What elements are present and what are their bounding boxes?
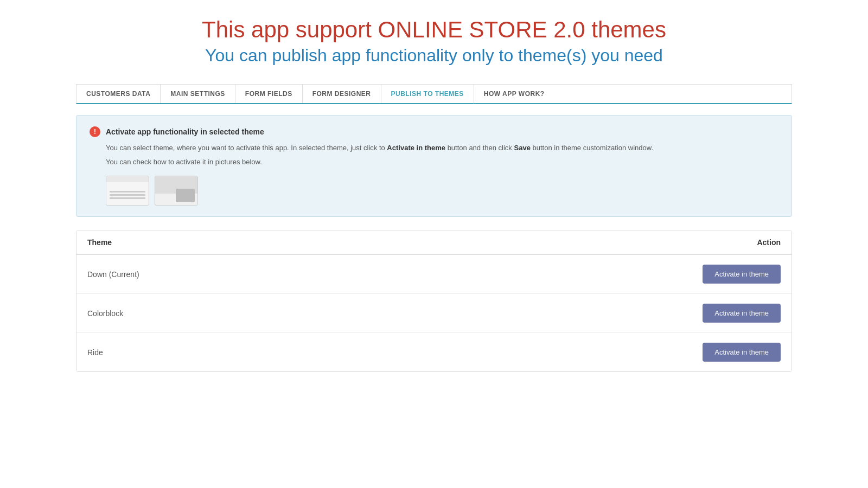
- info-icon: !: [90, 126, 100, 137]
- tab-how-app-work[interactable]: HOW APP WORK?: [474, 85, 554, 103]
- info-box: ! Activate app functionality in selected…: [76, 115, 792, 217]
- action-col-header: Action: [757, 238, 781, 247]
- preview-images: [106, 176, 778, 206]
- page-header: This app support ONLINE STORE 2.0 themes…: [76, 16, 792, 68]
- theme-row-2: Ride Activate in theme: [76, 333, 792, 371]
- tab-publish-to-themes[interactable]: PUBLISH TO THEMES: [381, 85, 474, 104]
- preview-line-3: [110, 197, 145, 199]
- preview-thumb-inner-1: [106, 176, 149, 205]
- tabs-nav: CUSTOMERS DATA MAIN SETTINGS FORM FIELDS…: [76, 84, 792, 104]
- theme-row-1: Colorblock Activate in theme: [76, 294, 792, 333]
- preview-lines: [110, 191, 145, 201]
- info-box-title: Activate app functionality in selected t…: [106, 127, 264, 136]
- tab-form-designer[interactable]: FORM DESIGNER: [303, 85, 381, 103]
- tab-customers-data[interactable]: CUSTOMERS DATA: [76, 85, 161, 103]
- theme-name-2: Ride: [87, 348, 103, 357]
- activate-btn-2[interactable]: Activate in theme: [703, 343, 781, 362]
- page-container: This app support ONLINE STORE 2.0 themes…: [54, 0, 814, 388]
- preview-thumb-2: [155, 176, 198, 206]
- info-box-text-1: You can select theme, where you want to …: [106, 143, 778, 153]
- page-subtitle: You can publish app functionality only t…: [76, 43, 792, 68]
- theme-name-0: Down (Current): [87, 270, 139, 279]
- activate-btn-1[interactable]: Activate in theme: [703, 304, 781, 323]
- themes-table-header: Theme Action: [76, 230, 792, 255]
- theme-col-header: Theme: [87, 238, 112, 247]
- tab-main-settings[interactable]: MAIN SETTINGS: [161, 85, 235, 103]
- preview-line-2: [110, 194, 145, 196]
- info-box-text-2: You can check how to activate it in pict…: [106, 157, 778, 168]
- preview-thumb-inner-2: [155, 176, 197, 205]
- preview-line-1: [110, 191, 145, 192]
- activate-btn-0[interactable]: Activate in theme: [703, 265, 781, 284]
- tab-form-fields[interactable]: FORM FIELDS: [235, 85, 303, 103]
- themes-table: Theme Action Down (Current) Activate in …: [76, 230, 792, 372]
- theme-row-0: Down (Current) Activate in theme: [76, 255, 792, 294]
- preview-img-block: [176, 189, 195, 202]
- info-box-header: ! Activate app functionality in selected…: [90, 126, 778, 137]
- theme-name-1: Colorblock: [87, 309, 123, 318]
- page-title: This app support ONLINE STORE 2.0 themes: [76, 16, 792, 43]
- preview-thumb-1: [106, 176, 149, 206]
